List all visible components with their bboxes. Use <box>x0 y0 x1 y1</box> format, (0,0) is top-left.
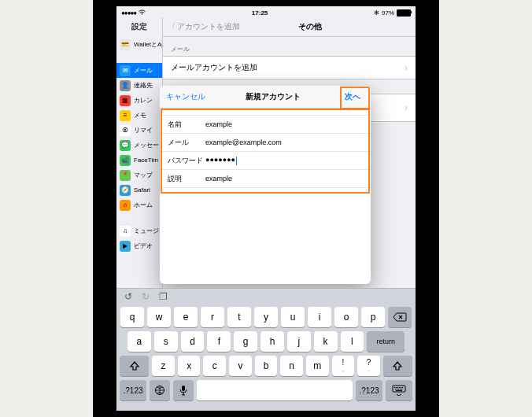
numbers-key-right[interactable]: .?123 <box>356 380 382 400</box>
key-j[interactable]: j <box>287 331 311 352</box>
shift-key[interactable] <box>120 356 149 376</box>
key-p[interactable]: p <box>361 307 385 327</box>
key-s[interactable]: s <box>154 331 178 352</box>
app-icon: 👤 <box>120 80 131 91</box>
sidebar-item[interactable]: ⦿リマイ <box>116 123 162 138</box>
key-i[interactable]: i <box>308 307 331 327</box>
svg-point-0 <box>142 13 143 14</box>
dictation-key[interactable] <box>173 380 194 400</box>
detail-title: その他 <box>209 21 411 32</box>
mail-input[interactable]: example@example.com <box>205 138 282 146</box>
status-bar: ●●●●● 17:25 ✻ 97% <box>116 6 416 17</box>
sidebar-item[interactable]: 📍マップ <box>116 168 162 183</box>
app-icon: 📹 <box>120 155 131 166</box>
globe-key[interactable] <box>150 380 170 400</box>
key-r[interactable]: r <box>201 307 224 327</box>
return-key[interactable]: return <box>367 331 405 352</box>
numbers-key[interactable]: .?123 <box>120 380 146 400</box>
sidebar-item[interactable]: 👤連絡先 <box>116 78 162 93</box>
key-w[interactable]: w <box>147 307 171 327</box>
redo-icon[interactable]: ↻ <box>142 291 150 302</box>
key-b[interactable]: b <box>255 356 278 376</box>
description-row[interactable]: 説明 example <box>160 170 371 188</box>
add-mail-account-cell[interactable]: メールアカウントを追加 › <box>163 56 416 79</box>
key-g[interactable]: g <box>234 331 257 352</box>
key-n[interactable]: n <box>280 356 303 376</box>
key-c[interactable]: c <box>203 356 226 376</box>
key-q[interactable]: q <box>120 307 144 327</box>
sidebar-item[interactable]: ⌂ホーム <box>116 197 162 212</box>
svg-rect-4 <box>394 387 395 388</box>
space-key[interactable] <box>197 380 353 400</box>
sidebar-item[interactable]: ▶ビデオ <box>116 238 162 253</box>
svg-rect-9 <box>402 387 403 388</box>
password-label: パスワード <box>168 156 205 166</box>
app-icon: 🧭 <box>120 185 131 196</box>
svg-rect-11 <box>397 389 397 389</box>
key-o[interactable]: o <box>334 307 358 327</box>
battery-percent: 97% <box>382 9 394 17</box>
description-input[interactable]: example <box>205 175 232 183</box>
wifi-icon <box>139 9 146 17</box>
shift-key-right[interactable] <box>383 356 412 376</box>
svg-rect-10 <box>395 389 396 389</box>
sidebar-item-label: ミュージ <box>134 227 159 235</box>
chevron-left-icon: 〈 <box>168 21 175 32</box>
undo-icon[interactable]: ↺ <box>124 291 132 302</box>
key-x[interactable]: x <box>178 356 201 376</box>
name-row[interactable]: 名前 example <box>160 115 371 134</box>
key-l[interactable]: l <box>341 331 364 352</box>
svg-rect-7 <box>399 387 400 388</box>
svg-rect-8 <box>401 387 401 388</box>
sidebar-item[interactable]: 💬メッセー <box>116 138 162 153</box>
key-f[interactable]: f <box>207 331 231 352</box>
sidebar-item-label: リマイ <box>134 126 153 135</box>
key-e[interactable]: e <box>174 307 198 327</box>
name-input[interactable]: example <box>205 120 232 128</box>
sidebar-item[interactable]: 💳WalletとApple Pay <box>116 37 162 52</box>
app-icon: ✉ <box>120 65 131 76</box>
mail-row[interactable]: メール example@example.com <box>160 134 371 152</box>
sidebar-item[interactable]: ♫ミュージ <box>116 223 162 238</box>
software-keyboard[interactable]: ↺ ↻ ❐ qwertyuiop asdfghjklreturn zxcvbnm… <box>116 288 416 411</box>
key-y[interactable]: y <box>254 307 278 327</box>
sidebar-item-label: 連絡先 <box>134 81 153 90</box>
sidebar-item-label: WalletとApple Pay <box>134 40 162 49</box>
svg-rect-6 <box>397 387 398 388</box>
key-d[interactable]: d <box>181 331 205 352</box>
key-a[interactable]: a <box>127 331 151 352</box>
key-m[interactable]: m <box>306 356 329 376</box>
svg-rect-15 <box>396 390 402 391</box>
clipboard-icon[interactable]: ❐ <box>159 291 168 302</box>
app-icon: ▦ <box>120 95 131 106</box>
account-form: 名前 example メール example@example.com パスワード… <box>160 109 371 188</box>
modal-nav: キャンセル 新規アカウント 次へ <box>160 86 371 109</box>
sidebar-item[interactable]: 📹FaceTim <box>116 153 162 168</box>
key-k[interactable]: k <box>314 331 338 352</box>
next-button[interactable]: 次へ <box>341 90 364 104</box>
key-z[interactable]: z <box>152 356 175 376</box>
status-time: 17:25 <box>252 9 268 17</box>
cancel-button[interactable]: キャンセル <box>166 91 205 102</box>
sidebar-item[interactable]: 🧭Safari <box>116 183 162 197</box>
sidebar-item[interactable]: ✉メール <box>116 63 162 78</box>
sidebar-item-label: FaceTim <box>134 157 158 164</box>
password-input[interactable]: ●●●●●●● <box>205 156 237 164</box>
key-[interactable]: !, <box>332 356 355 376</box>
password-row[interactable]: パスワード ●●●●●●● <box>160 152 371 170</box>
key-u[interactable]: u <box>281 307 305 327</box>
hide-keyboard-key[interactable] <box>386 380 412 400</box>
key-v[interactable]: v <box>229 356 252 376</box>
key-t[interactable]: t <box>227 307 251 327</box>
key-h[interactable]: h <box>260 331 284 352</box>
backspace-key[interactable] <box>388 307 412 327</box>
new-account-modal: キャンセル 新規アカウント 次へ 名前 example メール example@… <box>160 86 371 284</box>
detail-nav: 〈 アカウントを追加 その他 <box>163 17 416 37</box>
sidebar-item[interactable]: ▦カレン <box>116 93 162 108</box>
settings-sidebar[interactable]: 設定 💳WalletとApple Pay✉メール👤連絡先▦カレン≡メモ⦿リマイ💬… <box>116 17 163 291</box>
sidebar-item-label: メール <box>134 66 153 75</box>
section-label-mail: メール <box>163 37 416 56</box>
key-[interactable]: ?. <box>357 356 380 376</box>
app-icon: ♫ <box>120 226 131 237</box>
sidebar-item[interactable]: ≡メモ <box>116 108 162 123</box>
